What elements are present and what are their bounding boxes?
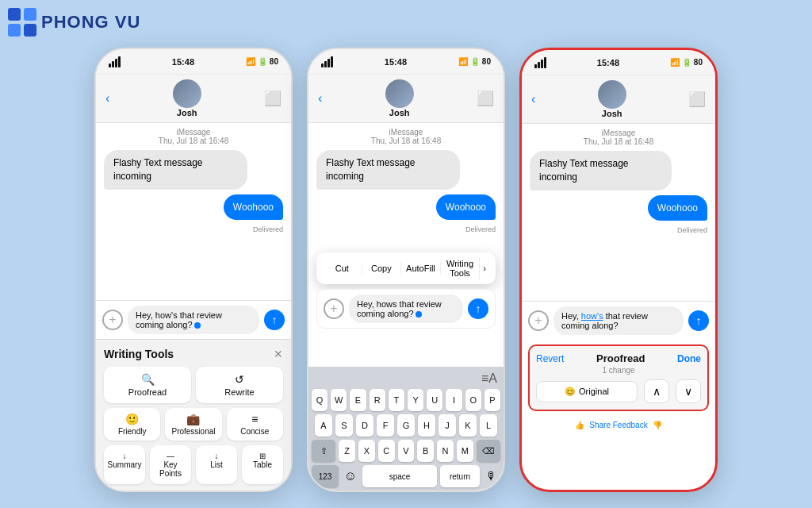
concise-button[interactable]: ≡ Concise — [227, 408, 283, 441]
imessage-label-2: iMessage Thu, Jul 18 at 16:48 — [308, 123, 504, 147]
nav-down-button[interactable]: ∨ — [676, 379, 701, 403]
key-f[interactable]: F — [377, 414, 394, 437]
send-button-1[interactable]: ↑ — [264, 310, 285, 330]
keyboard-top-bar: ≡A — [312, 371, 500, 386]
video-icon-1[interactable]: ⬜ — [264, 90, 282, 107]
nav-up-button[interactable]: ∧ — [644, 379, 669, 403]
messages-area-1: Flashy Text message incoming Woohooo Del… — [96, 147, 291, 237]
svg-rect-0 — [8, 8, 21, 21]
context-cut[interactable]: Cut — [323, 262, 362, 275]
key-l[interactable]: L — [480, 414, 497, 437]
key-w[interactable]: W — [331, 389, 347, 411]
bubble-received-1: Flashy Text message incoming — [104, 150, 247, 190]
delivered-2: Delivered — [316, 225, 496, 233]
key-shift[interactable]: ⇧ — [312, 440, 335, 462]
key-k[interactable]: K — [459, 414, 477, 437]
key-e[interactable]: E — [350, 389, 366, 411]
contact-info-1: Josh — [173, 79, 201, 117]
keypoints-button[interactable]: — Key Points — [150, 445, 191, 484]
key-return[interactable]: return — [440, 465, 480, 487]
key-u[interactable]: U — [427, 389, 442, 411]
revert-button[interactable]: Revert — [536, 353, 564, 364]
friendly-button[interactable]: 🙂 Friendly — [104, 408, 160, 441]
input-bar-2: + Hey, hows that review coming along? ↑ — [316, 289, 496, 329]
input-field-1[interactable]: Hey, how's that review coming along? — [128, 306, 259, 334]
writing-tools-title: Writing Tools — [104, 348, 174, 360]
done-button[interactable]: Done — [677, 353, 701, 364]
battery-pct-3: 80 — [694, 58, 703, 67]
key-z[interactable]: Z — [339, 440, 355, 462]
list-icon: ↓ — [215, 452, 219, 460]
writing-tools-header: Writing Tools ✕ — [104, 348, 283, 360]
key-space[interactable]: space — [362, 465, 437, 487]
avatar-2 — [385, 79, 414, 108]
status-bar-1: 15:48 📶 🔋 80 — [96, 49, 291, 75]
key-emoji[interactable]: ☺ — [342, 465, 359, 487]
rewrite-button[interactable]: ↺ Rewrite — [196, 367, 283, 403]
key-b[interactable]: B — [417, 440, 434, 462]
context-more[interactable]: › — [480, 262, 489, 275]
key-d[interactable]: D — [356, 414, 373, 437]
key-backspace[interactable]: ⌫ — [477, 440, 500, 462]
input-field-3[interactable]: Hey, how's that review coming along? — [553, 306, 684, 335]
friendly-label: Friendly — [118, 427, 147, 436]
key-t[interactable]: T — [389, 389, 404, 411]
video-icon-2[interactable]: ⬜ — [477, 90, 494, 107]
status-bar-3: 15:48 📶 🔋 80 — [522, 50, 715, 75]
battery-pct-1: 80 — [270, 57, 278, 66]
table-label: Table — [253, 460, 272, 469]
thumbs-down-icon[interactable]: 👎 — [653, 421, 662, 429]
close-writing-tools[interactable]: ✕ — [274, 348, 283, 360]
input-prefix-3: Hey, — [561, 311, 581, 321]
messages-area-3: Flashy Text message incoming Woohooo Del… — [522, 148, 715, 237]
professional-button[interactable]: 💼 Professional — [165, 408, 221, 441]
context-autofill[interactable]: AutoFill — [401, 262, 441, 275]
original-icon: 😊 — [565, 387, 576, 397]
plus-button-1[interactable]: + — [102, 310, 123, 330]
chat-header-3: ‹ Josh ⬜ — [522, 75, 715, 124]
key-j[interactable]: J — [439, 414, 456, 437]
key-i[interactable]: I — [446, 389, 462, 411]
proofread-button[interactable]: 🔍 Proofread — [104, 367, 191, 403]
plus-button-2[interactable]: + — [324, 298, 344, 319]
input-text-2: Hey, hows that review coming along? — [357, 299, 442, 318]
logo-text: PHONG VU — [41, 12, 140, 33]
input-field-2[interactable]: Hey, hows that review coming along? — [349, 294, 463, 323]
key-c[interactable]: C — [378, 440, 395, 462]
svg-rect-1 — [24, 8, 36, 21]
table-button[interactable]: ⊞ Table — [242, 445, 283, 484]
key-h[interactable]: H — [418, 414, 435, 437]
plus-button-3[interactable]: + — [528, 310, 549, 331]
back-button-1[interactable]: ‹ — [105, 91, 109, 106]
key-numbers[interactable]: 123 — [312, 465, 339, 487]
key-g[interactable]: G — [397, 414, 415, 437]
summary-button[interactable]: ↓ Summary — [104, 445, 145, 484]
send-button-2[interactable]: ↑ — [468, 298, 488, 319]
imessage-label-1: iMessage Thu, Jul 18 at 16:48 — [96, 123, 291, 147]
list-button[interactable]: ↓ List — [196, 445, 237, 484]
key-n[interactable]: N — [437, 440, 454, 462]
video-icon-3[interactable]: ⬜ — [688, 90, 706, 108]
key-r[interactable]: R — [370, 389, 385, 411]
key-v[interactable]: V — [398, 440, 415, 462]
original-button[interactable]: 😊 Original — [536, 381, 638, 402]
key-mic[interactable]: 🎙 — [483, 465, 500, 487]
delivered-3: Delivered — [530, 226, 707, 234]
key-a[interactable]: A — [315, 414, 332, 437]
key-p[interactable]: P — [485, 389, 500, 411]
context-writing-tools[interactable]: Writing Tools — [441, 257, 481, 279]
back-button-2[interactable]: ‹ — [318, 91, 322, 106]
key-o[interactable]: O — [465, 389, 481, 411]
key-q[interactable]: Q — [312, 389, 327, 411]
context-copy[interactable]: Copy — [362, 262, 402, 275]
key-s[interactable]: S — [335, 414, 353, 437]
key-m[interactable]: M — [457, 440, 473, 462]
back-button-3[interactable]: ‹ — [531, 92, 535, 106]
send-button-3[interactable]: ↑ — [688, 310, 709, 331]
key-y[interactable]: Y — [408, 389, 423, 411]
input-bar-3: + Hey, how's that review coming along? ↑ — [522, 301, 715, 340]
share-feedback-label[interactable]: Share Feedback — [589, 421, 647, 429]
rewrite-label: Rewrite — [224, 387, 254, 397]
key-x[interactable]: X — [358, 440, 375, 462]
thumbs-up-icon[interactable]: 👍 — [575, 421, 584, 429]
